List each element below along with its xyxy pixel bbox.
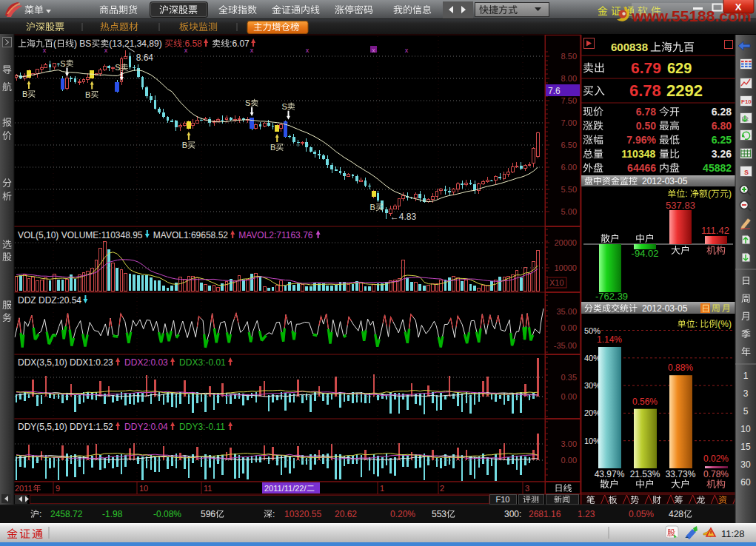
svg-text:3: 3: [525, 484, 529, 493]
svg-text:553: 553: [432, 509, 446, 519]
svg-text:(%): (%): [717, 319, 732, 329]
svg-text:0.56%: 0.56%: [632, 397, 658, 407]
svg-text:s: s: [744, 167, 749, 176]
svg-text:2: 2: [440, 484, 444, 493]
svg-text:7.00: 7.00: [561, 118, 577, 127]
svg-text:(: (: [708, 189, 711, 199]
svg-text:10000: 10000: [554, 263, 577, 272]
svg-text:2681.16: 2681.16: [529, 509, 561, 519]
svg-text:0.50: 0.50: [636, 120, 656, 132]
svg-text:B: B: [270, 143, 275, 152]
svg-text:2011/11/22/: 2011/11/22/: [264, 484, 307, 493]
svg-text:6.78: 6.78: [629, 81, 661, 100]
svg-text:43.97%: 43.97%: [595, 469, 625, 479]
svg-text:3: 3: [743, 388, 749, 399]
svg-text:5: 5: [743, 406, 749, 417]
svg-text:1: 1: [380, 484, 384, 493]
svg-text:45882: 45882: [703, 162, 732, 174]
svg-text:0.20%: 0.20%: [390, 509, 415, 519]
svg-text:x: x: [104, 47, 108, 54]
svg-text:F10: F10: [496, 495, 510, 504]
svg-text:←4.83: ←4.83: [390, 212, 417, 222]
svg-text:0.88%: 0.88%: [668, 363, 693, 373]
svg-text:www.55188.com: www.55188.com: [631, 7, 751, 24]
svg-text:DDY2:0.04: DDY2:0.04: [124, 422, 168, 432]
svg-text:11:28: 11:28: [721, 528, 745, 539]
svg-text:F10: F10: [741, 98, 752, 105]
svg-text:DDX(3,5,10) DDX1:0.23: DDX(3,5,10) DDX1:0.23: [18, 357, 113, 368]
svg-text:10: 10: [740, 424, 751, 434]
svg-text::: :: [695, 319, 698, 329]
svg-text:428: 428: [669, 509, 683, 519]
svg-text:S: S: [245, 98, 250, 107]
svg-text:VOL(5,10) VOLUME:110348.95: VOL(5,10) VOLUME:110348.95: [18, 230, 143, 240]
svg-text:8.50: 8.50: [561, 52, 577, 61]
svg-text:537.83: 537.83: [666, 200, 695, 211]
svg-text:7.50: 7.50: [561, 96, 577, 105]
svg-text:6.50: 6.50: [561, 141, 577, 149]
svg-text:S: S: [60, 59, 65, 68]
svg-text:21.53%: 21.53%: [630, 469, 660, 479]
svg-text:-0.08%: -0.08%: [153, 509, 181, 519]
svg-text:15: 15: [740, 442, 751, 452]
svg-text:0.00: 0.00: [561, 323, 577, 332]
svg-text:600838: 600838: [611, 41, 648, 53]
svg-text::: :: [685, 189, 687, 199]
svg-text:x: x: [306, 47, 310, 54]
svg-text:5.00: 5.00: [561, 207, 577, 216]
svg-text:-1.98: -1.98: [102, 509, 123, 519]
svg-text:11: 11: [204, 484, 212, 493]
svg-text:2292: 2292: [666, 81, 703, 100]
svg-text:S: S: [281, 102, 287, 111]
svg-text:7.6: 7.6: [548, 86, 561, 96]
svg-text:6.78: 6.78: [636, 106, 656, 118]
svg-text:0.00: 0.00: [561, 392, 577, 401]
svg-text:DDY3:-0.11: DDY3:-0.11: [179, 422, 225, 432]
svg-text:2458.72: 2458.72: [50, 509, 83, 519]
svg-text:0.00: 0.00: [561, 456, 577, 465]
svg-text:6.79: 6.79: [631, 59, 661, 76]
svg-text:S: S: [115, 63, 120, 72]
svg-text:-35.00: -35.00: [554, 341, 577, 350]
svg-text:20%: 20%: [584, 408, 601, 417]
svg-text:0.35: 0.35: [561, 373, 577, 382]
svg-text:6.00: 6.00: [561, 163, 577, 172]
svg-text:0.78%: 0.78%: [703, 469, 729, 479]
svg-text::: :: [272, 509, 275, 519]
svg-text:X10: X10: [549, 278, 564, 287]
svg-text:B: B: [85, 90, 90, 99]
svg-text:DDY(5,5,10) DDY1:1.52: DDY(5,5,10) DDY1:1.52: [18, 422, 113, 432]
svg-text:8.64: 8.64: [136, 53, 154, 63]
svg-text:DDZ DDZ:20.54: DDZ DDZ:20.54: [18, 295, 81, 306]
svg-text:20.62: 20.62: [335, 509, 357, 519]
svg-text:30%: 30%: [584, 381, 601, 390]
svg-text:0.05%: 0.05%: [629, 509, 654, 519]
svg-text:35.00: 35.00: [557, 307, 578, 316]
svg-text:6.28: 6.28: [712, 106, 732, 118]
svg-text:2012-03-05: 2012-03-05: [642, 303, 688, 314]
svg-text:6.80: 6.80: [712, 120, 732, 132]
svg-text:0.02%: 0.02%: [703, 454, 729, 464]
svg-text:50%: 50%: [584, 326, 601, 335]
svg-text:5.50: 5.50: [561, 185, 577, 194]
svg-text:20000: 20000: [554, 238, 577, 247]
svg-text:8.00: 8.00: [561, 74, 577, 83]
svg-text:64466: 64466: [627, 162, 656, 174]
svg-text::6.58: :6.58: [182, 38, 202, 49]
svg-text:DDX2:0.03: DDX2:0.03: [124, 357, 168, 368]
svg-text:B: B: [370, 203, 375, 212]
svg-text:B: B: [22, 90, 27, 98]
svg-text:-762.39: -762.39: [595, 291, 628, 302]
svg-text:60: 60: [740, 477, 751, 488]
svg-text:-94.02: -94.02: [632, 248, 659, 259]
svg-text:30: 30: [740, 459, 751, 470]
svg-text:MAVOL2:71163.76: MAVOL2:71163.76: [238, 230, 313, 240]
svg-text:(: (: [53, 38, 56, 49]
svg-text:40%: 40%: [584, 354, 601, 363]
svg-text:1: 1: [743, 371, 749, 381]
svg-text:3.26: 3.26: [712, 148, 732, 160]
svg-text:10: 10: [139, 484, 148, 493]
svg-text::: :: [39, 509, 41, 519]
svg-text:9: 9: [56, 484, 60, 493]
svg-text:300:: 300:: [504, 509, 521, 519]
